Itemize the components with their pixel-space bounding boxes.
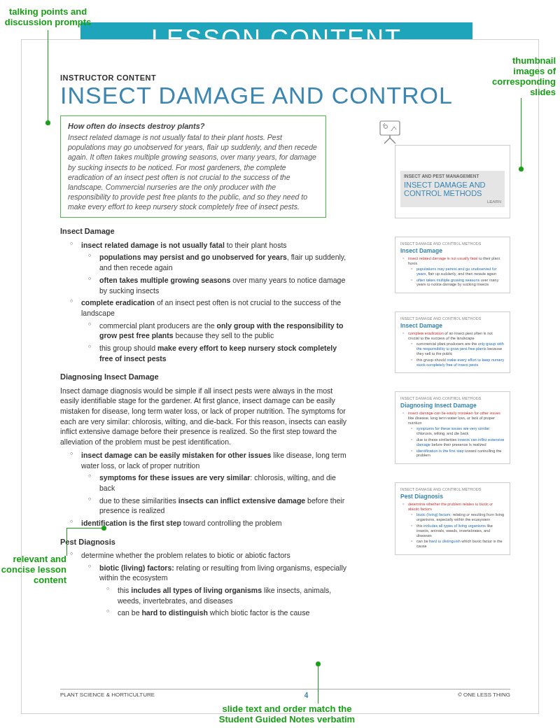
annot-line-tl [48, 30, 48, 121]
annot-line-tr [521, 98, 522, 168]
list-item: determine whether the problem relates to… [73, 550, 351, 618]
list-item: this includes all types of living organi… [109, 585, 351, 606]
slide-thumbnail-5: INSECT DAMAGE AND CONTROL METHODS Pest D… [395, 482, 510, 555]
annot-mid-left: relevant andconcise lessoncontent [0, 554, 66, 586]
list-item: complete eradication of an insect pest o… [73, 298, 351, 363]
intro-body: Insect related damage is not usually fat… [68, 132, 318, 211]
annot-top-left: talking points anddiscussion prompts [4, 7, 92, 28]
svg-rect-0 [380, 121, 400, 135]
list-item: identification is the first step toward … [73, 518, 351, 528]
annot-dot-b [316, 662, 321, 666]
slide-thumbnail-1: INSECT AND PEST MANAGEMENT INSECT DAMAGE… [395, 145, 510, 218]
annot-line-b [318, 665, 318, 704]
intro-question: How often do insects destroy plants? [68, 122, 318, 130]
list-item: commercial plant producers are the only … [91, 321, 351, 341]
list-item: this group should make every effort to k… [91, 343, 351, 363]
list-item: insect related damage is not usually fat… [73, 240, 351, 295]
list-item: can be hard to distinguish which biotic … [109, 608, 351, 618]
list-item: biotic (living) factors: relating or res… [91, 563, 351, 618]
section-head-3: Pest Diagnosis [60, 537, 351, 547]
svg-line-3 [384, 138, 390, 144]
list-item: insect damage can be easily mistaken for… [73, 450, 351, 516]
page-frame: INSTRUCTOR CONTENT INSECT DAMAGE AND CON… [21, 39, 539, 714]
page-footer: PLANT SCIENCE & HORTICULTURE 4 © ONE LES… [60, 689, 510, 699]
annot-line-ml [66, 528, 103, 528]
thumbnail-column: INSECT AND PEST MANAGEMENT INSECT DAMAGE… [395, 145, 510, 573]
slide-thumbnail-4: INSECT DAMAGE AND CONTROL METHODS Diagno… [395, 391, 510, 464]
list-item: due to these similarities insects can in… [91, 496, 351, 516]
instructor-content-label: INSTRUCTOR CONTENT [60, 74, 510, 82]
list-item: symptoms for these issues are very simil… [91, 472, 351, 493]
list-item: often takes multiple growing seasons ove… [91, 275, 351, 295]
footer-left: PLANT SCIENCE & HORTICULTURE [60, 692, 155, 699]
annot-dot-tr [519, 167, 524, 172]
annot-dot-tl [46, 120, 50, 125]
page-number: 4 [304, 692, 309, 699]
section-2-paragraph: Insect damage diagnosis would be simple … [60, 386, 351, 447]
content-column: Insect Damage insect related damage is n… [60, 226, 351, 618]
annot-top-right: thumbnailimages ofcorrespondingslides [482, 56, 556, 98]
slide-thumbnail-3: INSECT DAMAGE AND CONTROL METHODS Insect… [395, 312, 510, 373]
svg-point-1 [384, 125, 388, 129]
section-head-1: Insect Damage [60, 226, 351, 237]
annot-bottom: slide text and order match theStudent Gu… [203, 704, 371, 725]
list-item: populations may persist and go unobserve… [91, 252, 351, 272]
page-title: INSECT DAMAGE AND CONTROL [60, 83, 510, 107]
annot-line-ml2 [66, 528, 67, 556]
svg-line-4 [390, 138, 396, 144]
intro-box: How often do insects destroy plants? Ins… [60, 115, 326, 218]
slide-thumbnail-2: INSECT DAMAGE AND CONTROL METHODS Insect… [395, 237, 510, 293]
annot-dot-ml [102, 526, 106, 531]
footer-right: © ONE LESS THING [458, 692, 510, 699]
easel-icon [377, 118, 405, 145]
section-head-2: Diagnosing Insect Damage [60, 372, 351, 382]
